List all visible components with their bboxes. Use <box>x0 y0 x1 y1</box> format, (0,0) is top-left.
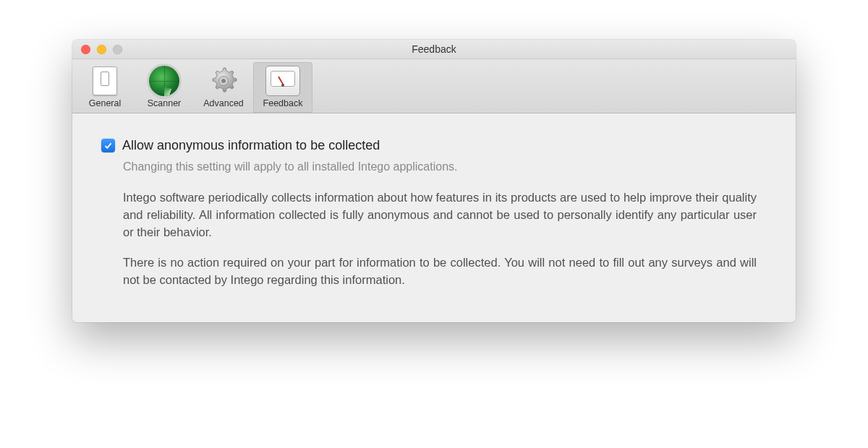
feedback-pane: Allow anonymous information to be collec… <box>72 113 796 322</box>
description-paragraph-1: Intego software periodically collects in… <box>123 189 757 241</box>
switch-icon <box>93 66 117 95</box>
titlebar: Feedback <box>72 40 796 59</box>
gear-icon <box>208 65 239 97</box>
tab-general[interactable]: General <box>75 62 135 113</box>
tab-scanner[interactable]: Scanner <box>135 62 194 113</box>
preferences-window: Feedback General Scanner <box>72 40 796 322</box>
allow-anonymous-checkbox[interactable] <box>101 139 115 152</box>
preferences-toolbar: General Scanner <box>72 59 796 113</box>
checkmark-icon <box>103 141 113 150</box>
window-title: Feedback <box>72 43 796 55</box>
minimize-window-button[interactable] <box>97 45 106 54</box>
tab-label: Feedback <box>255 98 311 108</box>
tab-label: Advanced <box>195 98 252 108</box>
allow-anonymous-label: Allow anonymous information to be collec… <box>122 138 380 153</box>
tab-label: General <box>77 98 133 108</box>
description-paragraph-2: There is no action required on your part… <box>123 254 757 289</box>
tab-label: Scanner <box>136 98 192 108</box>
zoom-window-button[interactable] <box>113 45 122 54</box>
svg-point-1 <box>222 79 226 83</box>
tab-feedback[interactable]: Feedback <box>253 62 312 113</box>
radar-icon <box>149 66 179 96</box>
tab-advanced[interactable]: Advanced <box>194 62 253 113</box>
close-window-button[interactable] <box>81 45 90 54</box>
gauge-icon <box>265 66 300 96</box>
traffic-lights <box>81 45 122 54</box>
feedback-description: Intego software periodically collects in… <box>123 189 757 289</box>
setting-scope-note: Changing this setting will apply to all … <box>123 160 757 173</box>
